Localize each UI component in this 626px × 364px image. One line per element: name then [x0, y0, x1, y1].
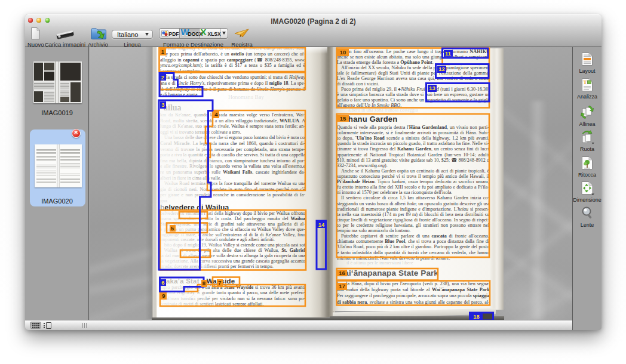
svg-text:T: T	[583, 79, 587, 85]
